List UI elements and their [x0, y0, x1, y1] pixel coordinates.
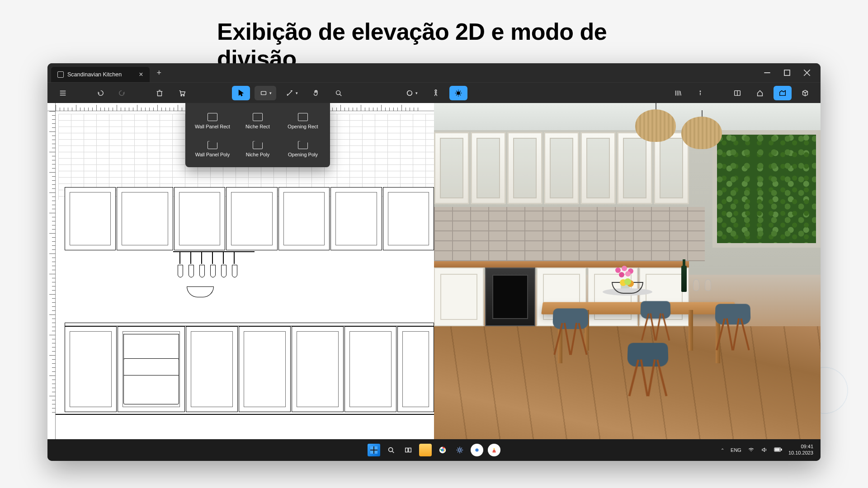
menu-button[interactable]: [54, 86, 72, 100]
minimize-icon[interactable]: [764, 69, 771, 76]
cabinet[interactable]: [226, 187, 277, 250]
lighting-button[interactable]: [449, 86, 467, 100]
ceiling-3d: [434, 103, 821, 130]
battery-icon[interactable]: [774, 447, 782, 453]
svg-point-20: [457, 91, 460, 94]
counter-top[interactable]: [65, 323, 434, 326]
cabinet[interactable]: [344, 326, 396, 412]
delete-button[interactable]: [151, 86, 169, 100]
materials-button[interactable]: ▾: [401, 86, 422, 100]
titlebar: Scandinavian Kitchen × +: [47, 63, 821, 82]
document-icon: [57, 71, 64, 78]
oven[interactable]: [118, 326, 185, 412]
close-tab-icon[interactable]: ×: [139, 71, 143, 78]
maximize-icon[interactable]: [783, 69, 791, 76]
dropdown-item-opening-poly[interactable]: Opening Poly: [282, 138, 324, 160]
walk-button[interactable]: [427, 86, 445, 100]
svg-line-13: [287, 90, 292, 95]
svg-rect-48: [775, 449, 779, 451]
cabinet[interactable]: [117, 187, 173, 250]
svg-rect-47: [781, 449, 782, 450]
chrome-icon[interactable]: [436, 444, 449, 456]
date-text: 10.10.2023: [788, 450, 813, 456]
tray-overflow-icon[interactable]: ⌃: [721, 448, 724, 453]
language-indicator[interactable]: ENG: [731, 447, 741, 453]
cabinet[interactable]: [65, 187, 116, 250]
svg-point-16: [336, 90, 340, 94]
svg-point-44: [475, 448, 478, 451]
close-icon[interactable]: [803, 69, 811, 76]
oven-3d: [485, 267, 535, 326]
elevation-2d-pane[interactable]: /* ticks rendered below */: [47, 103, 434, 439]
content-split: /* ticks rendered below */: [47, 103, 821, 439]
svg-rect-7: [158, 91, 162, 96]
livehome-app-icon[interactable]: [488, 444, 500, 456]
living-wall-3d: [712, 130, 821, 248]
dropdown-item-niche-poly[interactable]: Niche Poly: [237, 138, 278, 160]
bowl[interactable]: [187, 286, 214, 297]
chair-3d: [550, 293, 591, 347]
ruler-corner: [47, 103, 56, 111]
brick-backsplash-3d: [434, 207, 705, 261]
counter-3d: [434, 261, 689, 267]
document-tab[interactable]: Scandinavian Kitchen ×: [51, 67, 150, 82]
app-window: Scandinavian Kitchen × + ▾ ▾ ▾: [47, 63, 821, 461]
cabinet[interactable]: [278, 187, 330, 250]
split-view-button[interactable]: [728, 86, 746, 100]
wall-tool-dropdown[interactable]: ▾: [255, 86, 276, 100]
cabinet[interactable]: [383, 187, 434, 250]
cabinet[interactable]: [65, 326, 117, 412]
chair-3d: [624, 325, 671, 387]
dropdown-item-wall-panel-poly[interactable]: Wall Panel Poly: [192, 138, 233, 160]
clock[interactable]: 09:41 10.10.2023: [788, 444, 813, 456]
pendant-light-3d: [681, 115, 722, 151]
cabinet[interactable]: [174, 187, 225, 250]
cabinet[interactable]: [186, 326, 238, 412]
zoom-tool[interactable]: [330, 86, 348, 100]
cart-button[interactable]: [173, 86, 191, 100]
task-view-icon[interactable]: [402, 444, 415, 456]
cabinet[interactable]: [397, 326, 434, 412]
search-icon[interactable]: [385, 444, 397, 456]
svg-rect-12: [261, 91, 266, 94]
svg-line-32: [680, 91, 681, 95]
dropdown-label: Wall Panel Rect: [195, 124, 230, 129]
library-button[interactable]: [669, 86, 687, 100]
wifi-icon[interactable]: [748, 446, 755, 454]
svg-line-25: [456, 91, 457, 91]
undo-button[interactable]: [91, 86, 109, 100]
windows-taskbar: ⌃ ENG 09:41 10.10.2023: [47, 439, 821, 461]
pendant-light-3d: [635, 108, 676, 144]
ruler-vertical[interactable]: [47, 111, 56, 439]
dropdown-item-niche-rect[interactable]: Niche Rect: [237, 110, 278, 132]
cursor-tool[interactable]: [232, 86, 250, 100]
window-controls: [764, 69, 817, 76]
app-icon[interactable]: [471, 444, 483, 456]
pan-tool[interactable]: [307, 86, 325, 100]
dropdown-item-opening-rect[interactable]: Opening Rect: [282, 110, 324, 132]
measure-tool[interactable]: ▾: [281, 86, 302, 100]
file-explorer-icon[interactable]: [419, 444, 432, 456]
niche-poly-icon: [253, 141, 263, 149]
svg-point-43: [458, 449, 461, 451]
volume-icon[interactable]: [761, 446, 768, 454]
settings-icon[interactable]: [453, 444, 466, 456]
wall-tool-dropdown-panel: Wall Panel Rect Niche Rect Opening Rect …: [185, 103, 330, 167]
3d-view-button[interactable]: [796, 86, 814, 100]
start-button[interactable]: [368, 444, 380, 456]
redo-button[interactable]: [113, 86, 132, 100]
cabinet[interactable]: [330, 187, 382, 250]
cabinet[interactable]: [292, 326, 344, 412]
elevation-view-button[interactable]: [774, 86, 792, 100]
home-view-button[interactable]: [751, 86, 769, 100]
system-tray: ⌃ ENG 09:41 10.10.2023: [721, 444, 813, 456]
info-button[interactable]: [691, 86, 709, 100]
svg-point-45: [493, 448, 495, 450]
taskbar-center: [368, 444, 500, 456]
new-tab-button[interactable]: +: [157, 68, 162, 78]
dropdown-item-wall-panel-rect[interactable]: Wall Panel Rect: [192, 110, 233, 132]
svg-rect-40: [409, 448, 411, 452]
dropdown-label: Opening Poly: [288, 152, 318, 157]
cabinet[interactable]: [239, 326, 291, 412]
render-3d-pane[interactable]: [434, 103, 821, 439]
